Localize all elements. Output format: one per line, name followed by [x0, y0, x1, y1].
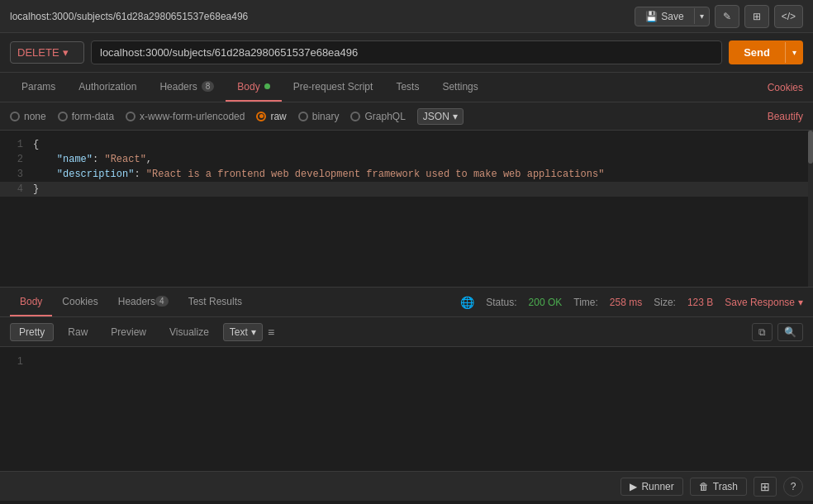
- time-value: 258 ms: [610, 297, 642, 308]
- line-content-3: "description": "React is a frontend web …: [33, 167, 813, 182]
- radio-form-data-circle: [58, 112, 68, 121]
- response-body-left: Pretty Raw Preview Visualize Text ▾ ≡: [10, 323, 274, 341]
- code-line-2: 2 "name": "React",: [0, 152, 813, 167]
- tab-headers[interactable]: Headers 8: [148, 73, 226, 102]
- tab-prerequest[interactable]: Pre-request Script: [282, 73, 385, 102]
- radio-none[interactable]: none: [10, 111, 46, 122]
- response-body-right: ⧉ 🔍: [752, 323, 803, 341]
- copy-response-button[interactable]: ⧉: [752, 323, 773, 341]
- radio-binary-circle: [298, 112, 308, 121]
- code-line-4: 4 }: [0, 182, 813, 197]
- scrollbar-thumb: [808, 131, 813, 164]
- title-url: localhost:3000/subjects/61d28a2980651537…: [10, 11, 248, 22]
- radio-none-circle: [10, 112, 20, 121]
- body-type-bar: none form-data x-www-form-urlencoded raw…: [0, 102, 813, 131]
- line-num-4: 4: [0, 182, 33, 197]
- url-input[interactable]: [91, 40, 722, 64]
- resp-headers-badge: 4: [155, 296, 169, 307]
- response-status: 🌐 Status: 200 OK Time: 258 ms Size: 123 …: [460, 296, 803, 309]
- headers-badge: 8: [202, 81, 215, 92]
- size-label: Size:: [654, 297, 676, 308]
- layout-toggle-button[interactable]: ⊞: [754, 477, 777, 497]
- beautify-button[interactable]: Beautify: [768, 111, 803, 122]
- layout-icon: ⊞: [753, 11, 761, 22]
- resp-format-arrow: ▾: [251, 326, 256, 338]
- body-active-dot: [264, 83, 270, 89]
- resp-tab-cookies[interactable]: Cookies: [52, 288, 107, 316]
- radio-raw[interactable]: raw: [256, 111, 286, 122]
- radio-raw-inner: [259, 114, 264, 118]
- time-label: Time:: [573, 297, 598, 308]
- response-body-bar: Pretty Raw Preview Visualize Text ▾ ≡ ⧉ …: [0, 317, 813, 347]
- radio-graphql[interactable]: GraphQL: [350, 111, 405, 122]
- line-num-1: 1: [0, 137, 33, 152]
- view-raw-button[interactable]: Raw: [59, 323, 97, 341]
- view-preview-button[interactable]: Preview: [102, 323, 155, 341]
- format-select[interactable]: JSON ▾: [417, 108, 464, 125]
- save-button-group: 💾 Save ▾: [635, 7, 709, 26]
- response-body: 1: [0, 347, 813, 471]
- response-format-select[interactable]: Text ▾: [223, 323, 263, 341]
- globe-icon: 🌐: [460, 296, 474, 309]
- code-button[interactable]: </>: [774, 5, 803, 28]
- resp-line-1: 1: [0, 354, 813, 368]
- save-dropdown-button[interactable]: ▾: [694, 8, 709, 24]
- radio-graphql-circle: [350, 112, 360, 121]
- radio-binary[interactable]: binary: [298, 111, 340, 122]
- trash-button[interactable]: 🗑 Trash: [690, 478, 747, 496]
- radio-urlencoded[interactable]: x-www-form-urlencoded: [126, 111, 245, 122]
- resp-tab-body[interactable]: Body: [10, 288, 52, 316]
- pencil-button[interactable]: ✎: [715, 5, 739, 28]
- resp-tab-headers[interactable]: Headers 4: [108, 288, 178, 316]
- view-pretty-button[interactable]: Pretty: [10, 323, 54, 341]
- tab-authorization[interactable]: Authorization: [67, 73, 148, 102]
- status-value: 200 OK: [529, 297, 563, 308]
- code-editor[interactable]: 1 { 2 "name": "React", 3 "description": …: [0, 131, 813, 288]
- bottom-bar: ▶ Runner 🗑 Trash ⊞ ?: [0, 471, 813, 501]
- tab-body[interactable]: Body: [226, 73, 281, 102]
- format-arrow: ▾: [453, 111, 458, 122]
- layout-toggle-icon: ⊞: [760, 480, 770, 493]
- send-button[interactable]: Send: [729, 40, 785, 64]
- tab-params[interactable]: Params: [10, 73, 67, 102]
- send-button-group: Send ▾: [729, 40, 803, 64]
- method-arrow: ▾: [63, 46, 69, 59]
- search-icon: 🔍: [784, 326, 796, 338]
- status-label: Status:: [486, 297, 516, 308]
- line-content-4: }: [33, 182, 813, 197]
- tab-tests[interactable]: Tests: [384, 73, 430, 102]
- body-type-left: none form-data x-www-form-urlencoded raw…: [10, 108, 464, 125]
- runner-button[interactable]: ▶ Runner: [620, 478, 682, 496]
- pencil-icon: ✎: [723, 11, 731, 22]
- response-tabs-left: Body Cookies Headers 4 Test Results: [10, 288, 252, 316]
- method-label: DELETE: [17, 46, 59, 59]
- view-visualize-button[interactable]: Visualize: [160, 323, 218, 341]
- line-content-2: "name": "React",: [33, 152, 813, 167]
- radio-urlencoded-circle: [126, 112, 136, 121]
- method-select[interactable]: DELETE ▾: [10, 41, 84, 64]
- request-tabs-left: Params Authorization Headers 8 Body Pre-…: [10, 73, 490, 102]
- scrollbar-track: [808, 131, 813, 287]
- tab-settings[interactable]: Settings: [430, 73, 489, 102]
- radio-raw-circle: [256, 112, 266, 121]
- send-dropdown-button[interactable]: ▾: [785, 42, 803, 63]
- resp-line-num-1: 1: [0, 354, 33, 368]
- cookies-link[interactable]: Cookies: [768, 82, 803, 93]
- code-line-1: 1 {: [0, 137, 813, 152]
- format-label: JSON: [423, 111, 449, 122]
- radio-form-data[interactable]: form-data: [58, 111, 114, 122]
- layout-button[interactable]: ⊞: [744, 5, 769, 28]
- url-bar: DELETE ▾ Send ▾: [0, 33, 813, 73]
- search-response-button[interactable]: 🔍: [777, 323, 803, 341]
- save-icon: 💾: [645, 11, 658, 22]
- help-button[interactable]: ?: [783, 477, 803, 497]
- title-bar: localhost:3000/subjects/61d28a2980651537…: [0, 0, 813, 33]
- save-response-button[interactable]: Save Response ▾: [725, 297, 803, 308]
- wrap-icon: ≡: [268, 326, 274, 339]
- line-num-2: 2: [0, 152, 33, 167]
- code-line-3: 3 "description": "React is a frontend we…: [0, 167, 813, 182]
- resp-tab-test-results[interactable]: Test Results: [178, 288, 252, 316]
- size-value: 123 B: [687, 297, 713, 308]
- request-tabs: Params Authorization Headers 8 Body Pre-…: [0, 73, 813, 102]
- save-button[interactable]: 💾 Save: [635, 7, 693, 26]
